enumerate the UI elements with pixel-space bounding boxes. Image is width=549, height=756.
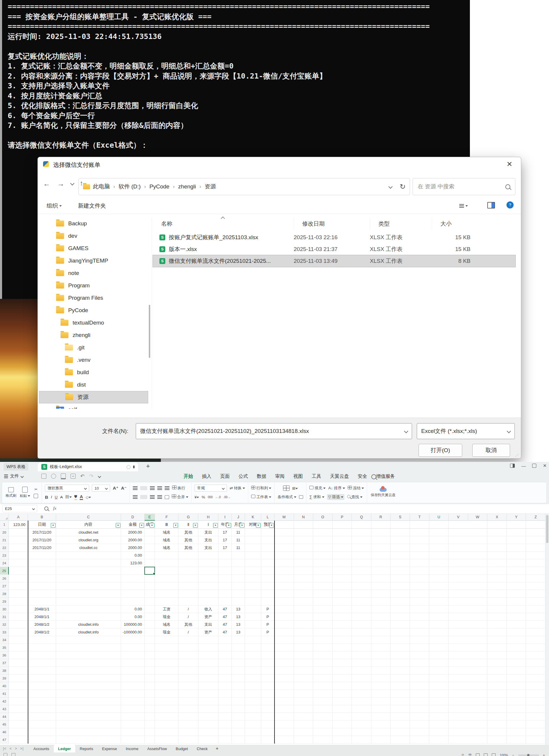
- cell-D42[interactable]: [121, 698, 145, 705]
- view-mode-button[interactable]: [459, 203, 468, 209]
- cell-F40[interactable]: [155, 682, 179, 690]
- cell-E41[interactable]: [145, 690, 155, 698]
- cell-K27[interactable]: [245, 582, 261, 590]
- cell-G20[interactable]: 其他: [179, 529, 198, 536]
- highlight-color-button[interactable]: ⛊: [74, 494, 77, 500]
- ribbon-tab-开始[interactable]: 开始: [184, 473, 193, 480]
- column-header-N[interactable]: N: [294, 514, 313, 521]
- cell-G44[interactable]: [179, 713, 198, 721]
- tree-item-dist[interactable]: dist: [39, 379, 148, 391]
- cell-L36[interactable]: [261, 651, 274, 659]
- cell-B22[interactable]: 2017/11/20: [28, 544, 56, 552]
- rows-cols-button[interactable]: 行和列: [251, 485, 271, 491]
- cell-A27[interactable]: [9, 582, 28, 590]
- cell-L42[interactable]: [261, 698, 274, 705]
- cell-H41[interactable]: [198, 690, 219, 698]
- cell-K40[interactable]: [245, 682, 261, 690]
- cell-G37[interactable]: [179, 659, 198, 667]
- cell-K24[interactable]: [245, 559, 261, 567]
- cell-K38[interactable]: [245, 667, 261, 674]
- back-icon[interactable]: ←: [43, 180, 50, 188]
- new-folder-button[interactable]: 新建文件夹: [78, 202, 106, 210]
- refresh-icon[interactable]: ↻: [400, 183, 405, 191]
- cell-L44[interactable]: [261, 713, 274, 721]
- cell-B21[interactable]: 2017/11/20: [28, 536, 56, 544]
- cell-H46[interactable]: [198, 728, 219, 736]
- column-header-M[interactable]: M: [274, 514, 294, 521]
- sheet-tab-Budget[interactable]: Budget: [171, 745, 192, 752]
- cell-F27[interactable]: [155, 582, 179, 590]
- recent-locations-icon[interactable]: [70, 181, 74, 185]
- cell-H25[interactable]: [198, 567, 219, 575]
- cell-D23[interactable]: 0.00: [121, 552, 145, 559]
- row-header-29[interactable]: 29: [0, 598, 9, 605]
- cell-F1[interactable]: Ⅲ: [155, 521, 179, 529]
- cell-E33[interactable]: [145, 628, 155, 636]
- cell-L33[interactable]: P: [261, 628, 274, 636]
- cell-E44[interactable]: [145, 713, 155, 721]
- last-sheet-icon[interactable]: >|: [20, 747, 24, 751]
- cell-D34[interactable]: [121, 636, 145, 644]
- cell-C25[interactable]: [56, 567, 121, 575]
- cell-I44[interactable]: [219, 713, 232, 721]
- sheet-tab-Income[interactable]: Income: [121, 745, 143, 752]
- cell-L31[interactable]: P: [261, 613, 274, 621]
- cell-F44[interactable]: [155, 713, 179, 721]
- column-header-P[interactable]: P: [333, 514, 352, 521]
- file-menu-button[interactable]: 文件: [4, 473, 23, 479]
- breadcrumb-item[interactable]: 软件 (D:): [119, 183, 141, 190]
- spreadsheet-grid[interactable]: ABCDEFGHIJKLMNOPQRSTUVWXYZ1123.00日期内容金额成…: [0, 514, 549, 745]
- selected-cell-E25[interactable]: [144, 567, 155, 575]
- cell-I33[interactable]: 47: [219, 628, 232, 636]
- cell-D24[interactable]: 123.00: [121, 559, 145, 567]
- cell-K26[interactable]: [245, 575, 261, 582]
- cell-E29[interactable]: [145, 598, 155, 605]
- open-button[interactable]: 打开(O): [418, 444, 462, 457]
- table-style-pen-icon[interactable]: ⊞: [292, 486, 298, 491]
- thousands-icon[interactable]: 000: [208, 496, 213, 499]
- cell-J41[interactable]: [232, 690, 245, 698]
- cell-B38[interactable]: [28, 667, 56, 674]
- cell-D1[interactable]: 金额: [121, 521, 145, 529]
- cell-H22[interactable]: 支出: [198, 544, 219, 552]
- cell-C24[interactable]: [56, 559, 121, 567]
- cell-K37[interactable]: [245, 659, 261, 667]
- cell-K47[interactable]: [245, 736, 261, 744]
- row-header-37[interactable]: 37: [0, 659, 9, 667]
- cell-L30[interactable]: P: [261, 605, 274, 613]
- row-header-38[interactable]: 38: [0, 667, 9, 674]
- column-header-Q[interactable]: Q: [352, 514, 371, 521]
- tree-item-Backup[interactable]: Backup: [39, 217, 148, 230]
- cell-D30[interactable]: 0.00: [121, 605, 145, 613]
- cell-C34[interactable]: [56, 636, 121, 644]
- cell-J29[interactable]: [232, 598, 245, 605]
- filter-dropdown-icon[interactable]: [269, 523, 274, 528]
- cell-J26[interactable]: [232, 575, 245, 582]
- cell-B28[interactable]: [28, 590, 56, 598]
- fx-icon[interactable]: fx: [53, 506, 56, 511]
- bold-button[interactable]: B: [45, 495, 48, 500]
- row-header-47[interactable]: 47: [0, 736, 9, 744]
- tree-item-.git[interactable]: .git: [39, 341, 148, 354]
- row-header-40[interactable]: 40: [0, 682, 9, 690]
- filter-dropdown-icon[interactable]: [227, 523, 231, 528]
- column-header-L[interactable]: L: [261, 514, 274, 521]
- cell-J25[interactable]: [232, 567, 245, 575]
- cell-C20[interactable]: cloudlet.net: [56, 529, 121, 536]
- cell-B34[interactable]: [28, 636, 56, 644]
- cell-B27[interactable]: [28, 582, 56, 590]
- first-sheet-icon[interactable]: |<: [3, 747, 6, 751]
- cell-G23[interactable]: [179, 552, 198, 559]
- cell-I22[interactable]: 17: [219, 544, 232, 552]
- cell-H34[interactable]: [198, 636, 219, 644]
- list-column-header-4[interactable]: 大小: [432, 217, 477, 230]
- cell-F29[interactable]: [155, 598, 179, 605]
- cell-A20[interactable]: [9, 529, 28, 536]
- zoom-in-icon[interactable]: +: [543, 753, 545, 756]
- ribbon-tab-插入[interactable]: 插入: [202, 473, 211, 480]
- cell-L40[interactable]: [261, 682, 274, 690]
- forward-icon[interactable]: →: [57, 180, 64, 188]
- cell-G31[interactable]: /: [179, 613, 198, 621]
- cell-L35[interactable]: [261, 644, 274, 651]
- tree-item-GAMES[interactable]: GAMES: [39, 242, 148, 255]
